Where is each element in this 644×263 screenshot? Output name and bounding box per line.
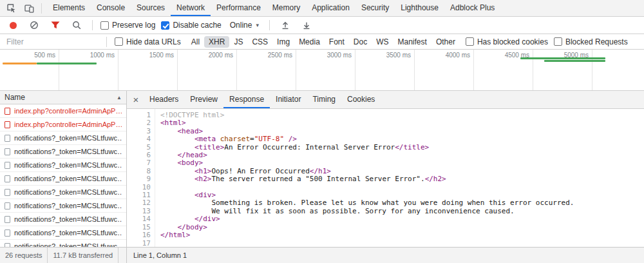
- request-name: notifications?_token=MCSLtfuwc…: [14, 161, 122, 169]
- tab-elements[interactable]: Elements: [47, 0, 91, 16]
- request-row[interactable]: notifications?_token=MCSLtfuwc…: [0, 226, 126, 240]
- request-row[interactable]: notifications?_token=MCSLtfuwc…: [0, 172, 126, 186]
- detail-tabbar: × HeadersPreviewResponseInitiatorTimingC…: [127, 91, 644, 109]
- filter-type-ws[interactable]: WS: [372, 36, 393, 48]
- filter-type-css[interactable]: CSS: [247, 36, 272, 48]
- detail-tab-headers[interactable]: Headers: [144, 91, 184, 108]
- tab-adblock-plus[interactable]: Adblock Plus: [444, 0, 500, 16]
- tab-security[interactable]: Security: [355, 0, 395, 16]
- request-row[interactable]: index.php?controller=AdminApP…: [0, 104, 126, 118]
- filter-type-all[interactable]: All: [187, 36, 204, 48]
- code-token: />: [289, 135, 297, 143]
- filter-input[interactable]: [5, 37, 99, 47]
- hide-data-urls-box[interactable]: [115, 37, 123, 46]
- request-row[interactable]: notifications?_token=MCSLtfuwc…: [0, 145, 126, 159]
- request-row[interactable]: notifications?_token=MCSLtfuwc…: [0, 213, 126, 226]
- line-number: 4: [127, 135, 151, 143]
- tab-network[interactable]: Network: [171, 0, 211, 16]
- has-blocked-cookies-box[interactable]: [466, 37, 474, 46]
- hide-data-urls-label: Hide data URLs: [126, 37, 181, 46]
- code-token: </title>: [395, 143, 429, 151]
- blocked-requests-box[interactable]: [554, 37, 562, 46]
- detail-tab-response[interactable]: Response: [223, 91, 270, 108]
- import-har-icon[interactable]: [278, 18, 293, 32]
- filter-type-other[interactable]: Other: [431, 36, 460, 48]
- detail-tab-cookies[interactable]: Cookies: [341, 91, 381, 108]
- record-network-log-icon[interactable]: [5, 18, 21, 32]
- filter-type-img[interactable]: Img: [272, 36, 294, 48]
- tab-console[interactable]: Console: [91, 0, 131, 16]
- filter-type-manifest[interactable]: Manifest: [393, 36, 431, 48]
- code-token: We will fix it as soon as possible. Sorr…: [160, 207, 515, 215]
- tab-application[interactable]: Application: [306, 0, 355, 16]
- waterfall-bar: [544, 60, 605, 62]
- code-token: </h2>: [425, 175, 446, 183]
- device-toolbar-icon[interactable]: [21, 1, 37, 15]
- code-line: We will fix it as soon as possible. Sorr…: [160, 208, 644, 215]
- filter-type-doc[interactable]: Doc: [349, 36, 372, 48]
- divider: [92, 20, 93, 30]
- filter-icon[interactable]: [48, 18, 63, 32]
- tab-lighthouse[interactable]: Lighthouse: [395, 0, 444, 16]
- document-icon: [5, 202, 10, 209]
- filter-type-font[interactable]: Font: [325, 36, 349, 48]
- code-token: <meta: [194, 135, 216, 143]
- response-viewer[interactable]: 1234567891011121314151617 <!DOCTYPE html…: [127, 109, 644, 247]
- tab-performance[interactable]: Performance: [211, 0, 267, 16]
- tab-sources[interactable]: Sources: [131, 0, 171, 16]
- request-row[interactable]: notifications?_token=MCSLtfuwc…: [0, 240, 126, 247]
- detail-tab-preview[interactable]: Preview: [184, 91, 223, 108]
- network-filter-bar: Hide data URLs AllXHRJSCSSImgMediaFontDo…: [0, 34, 644, 50]
- code-token: charset: [220, 135, 250, 143]
- preserve-log-checkbox[interactable]: Preserve log: [100, 21, 155, 30]
- throttling-select[interactable]: Online ▾: [227, 19, 261, 31]
- request-row[interactable]: notifications?_token=MCSLtfuwc…: [0, 159, 126, 172]
- code-token: The server returned a "500 Internal Serv…: [211, 175, 424, 183]
- hide-data-urls-checkbox[interactable]: Hide data URLs: [115, 37, 181, 46]
- filter-type-js[interactable]: JS: [229, 36, 247, 48]
- code-token: Something is broken. Please let us know …: [160, 199, 574, 207]
- detail-tab-initiator[interactable]: Initiator: [270, 91, 307, 108]
- preserve-log-box[interactable]: [100, 21, 109, 30]
- request-name: notifications?_token=MCSLtfuwc…: [14, 188, 122, 196]
- ruler-tick: 5000 ms: [533, 50, 592, 90]
- cursor-position: Line 1, Column 1: [127, 248, 193, 263]
- request-name: notifications?_token=MCSLtfuwc…: [14, 229, 122, 237]
- request-row[interactable]: notifications?_token=MCSLtfuwc…: [0, 132, 126, 145]
- disable-cache-label: Disable cache: [173, 21, 221, 30]
- document-icon: [5, 121, 10, 128]
- filter-type-media[interactable]: Media: [294, 36, 325, 48]
- code-line: </div>: [160, 215, 644, 223]
- request-row[interactable]: notifications?_token=MCSLtfuwc…: [0, 186, 126, 199]
- disable-cache-box[interactable]: [161, 21, 169, 30]
- request-name: notifications?_token=MCSLtfuwc…: [14, 148, 122, 155]
- has-blocked-cookies-checkbox[interactable]: Has blocked cookies: [466, 37, 548, 46]
- line-number: 14: [127, 215, 151, 223]
- disable-cache-checkbox[interactable]: Disable cache: [161, 21, 221, 30]
- clear-network-log-icon[interactable]: [26, 18, 42, 32]
- blocked-requests-checkbox[interactable]: Blocked Requests: [554, 37, 628, 46]
- ruler-tick: 2000 ms: [178, 50, 237, 90]
- divider: [41, 3, 42, 14]
- search-icon[interactable]: [69, 18, 84, 32]
- filter-type-xhr[interactable]: XHR: [204, 36, 229, 48]
- code-token: =: [250, 135, 254, 143]
- request-row[interactable]: notifications?_token=MCSLtfuwc…: [0, 199, 126, 213]
- status-left: 26 requests 11.7 kB transferred: [0, 248, 127, 263]
- close-icon[interactable]: ×: [128, 91, 144, 108]
- inspect-element-icon[interactable]: [3, 1, 19, 15]
- throttling-value: Online: [230, 21, 252, 30]
- document-icon: [5, 175, 10, 182]
- network-overview[interactable]: 500 ms1000 ms1500 ms2000 ms2500 ms3000 m…: [0, 50, 644, 91]
- tab-memory[interactable]: Memory: [267, 0, 306, 16]
- document-icon: [5, 162, 10, 169]
- code-token: [284, 135, 289, 143]
- code-token: [160, 175, 194, 183]
- request-row[interactable]: index.php?controller=AdminApP…: [0, 118, 126, 132]
- detail-tab-timing[interactable]: Timing: [307, 91, 341, 108]
- code-token: </body>: [178, 223, 207, 231]
- ruler-tick: 500 ms: [0, 50, 59, 90]
- status-bar: 26 requests 11.7 kB transferred Line 1, …: [0, 247, 644, 263]
- export-har-icon[interactable]: [299, 18, 314, 32]
- name-column-header[interactable]: Name ▲: [0, 91, 126, 104]
